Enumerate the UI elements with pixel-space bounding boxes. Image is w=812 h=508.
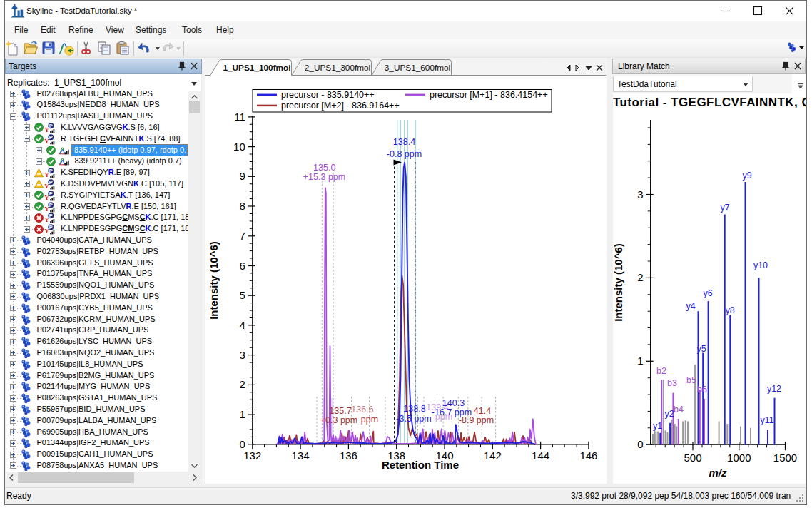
svg-text:Y: Y: [44, 194, 49, 201]
svg-text:-8.9 ppm: -8.9 ppm: [459, 415, 494, 425]
svg-text:146: 146: [579, 449, 597, 462]
svg-text:b3: b3: [667, 378, 677, 388]
svg-text:2: 2: [637, 271, 643, 283]
svg-text:b6: b6: [697, 385, 707, 395]
svg-text:142: 142: [484, 449, 502, 462]
svg-text:0: 0: [637, 438, 643, 450]
svg-text:P: P: [49, 213, 53, 219]
svg-text:136.6: 136.6: [351, 405, 373, 415]
svg-text:b2: b2: [656, 366, 666, 376]
svg-text:140.3: 140.3: [442, 398, 465, 408]
svg-text:500: 500: [684, 452, 701, 464]
svg-text:2: 2: [239, 378, 245, 390]
svg-text:-3.5 ppm: -3.5 ppm: [396, 414, 431, 424]
svg-text:136: 136: [340, 449, 357, 462]
svg-text:1: 1: [239, 408, 245, 420]
svg-text:P: P: [49, 179, 53, 186]
svg-text:9: 9: [239, 170, 245, 182]
svg-text:135.7: 135.7: [329, 406, 351, 416]
svg-text:134: 134: [292, 449, 310, 462]
svg-text:y12: y12: [767, 384, 781, 394]
svg-text:0: 0: [239, 438, 245, 450]
svg-text:precursor - 835.9140++: precursor - 835.9140++: [281, 90, 375, 100]
svg-text:132: 132: [243, 449, 261, 462]
svg-text:1_UPS1_100fmol: 1_UPS1_100fmol: [223, 63, 290, 73]
svg-text:144: 144: [532, 449, 549, 462]
svg-text:P: P: [49, 190, 53, 197]
svg-text:precursor [M+1] - 836.4154++: precursor [M+1] - 836.4154++: [430, 90, 548, 100]
svg-text:Y: Y: [44, 126, 49, 133]
svg-text:5: 5: [239, 289, 245, 301]
svg-text:m/z: m/z: [709, 467, 727, 479]
svg-text:P: P: [49, 134, 53, 141]
svg-text:7: 7: [239, 230, 245, 242]
svg-text:y6: y6: [703, 288, 712, 298]
svg-text:+0.3 ppm: +0.3 ppm: [320, 415, 357, 425]
svg-text:y1: y1: [653, 421, 662, 431]
svg-text:Intensity (10^6): Intensity (10^6): [208, 241, 220, 320]
svg-text:1: 1: [637, 355, 643, 367]
svg-text:11: 11: [234, 111, 245, 123]
svg-text:P: P: [49, 202, 53, 208]
svg-text:Y: Y: [44, 171, 49, 178]
svg-text:1500: 1500: [773, 452, 797, 464]
svg-text:Intensity (10^6): Intensity (10^6): [613, 243, 624, 322]
svg-text:8: 8: [239, 200, 245, 212]
svg-text:y2: y2: [664, 409, 674, 419]
svg-text:ppm: ppm: [361, 415, 378, 425]
svg-text:y10: y10: [753, 260, 768, 270]
svg-text:Y: Y: [44, 183, 49, 190]
svg-text:135.0: 135.0: [313, 163, 335, 173]
svg-text:1000: 1000: [727, 452, 751, 464]
svg-text:y9: y9: [742, 171, 751, 181]
svg-text:6: 6: [239, 260, 245, 272]
svg-text:y4: y4: [686, 301, 695, 311]
svg-text:Y: Y: [44, 216, 49, 223]
svg-text:Y: Y: [44, 138, 49, 145]
svg-text:3: 3: [637, 188, 643, 200]
svg-text:3: 3: [239, 349, 245, 361]
svg-text:y11: y11: [760, 415, 773, 425]
svg-text:4: 4: [239, 319, 245, 331]
svg-text:y8: y8: [725, 305, 734, 315]
svg-text:b4: b4: [674, 405, 684, 415]
svg-text:10: 10: [233, 141, 245, 153]
svg-text:y5: y5: [696, 344, 706, 354]
svg-text:P: P: [49, 123, 53, 129]
svg-text:Y: Y: [44, 205, 49, 213]
svg-text:Retention Time: Retention Time: [382, 459, 459, 471]
svg-text:-0.8 ppm: -0.8 ppm: [387, 149, 422, 159]
svg-text:P: P: [49, 224, 53, 230]
svg-text:138.8: 138.8: [403, 404, 425, 414]
svg-text:2_UPS1_300fmol: 2_UPS1_300fmol: [305, 63, 370, 73]
svg-text:Y: Y: [44, 228, 49, 235]
svg-text:3_UPS1_600fmol: 3_UPS1_600fmol: [385, 63, 450, 73]
svg-text:P: P: [49, 168, 53, 174]
svg-text:+15.3 ppm: +15.3 ppm: [303, 172, 345, 182]
svg-text:138.4: 138.4: [393, 137, 415, 147]
svg-text:precursor [M+2] - 836.9164++: precursor [M+2] - 836.9164++: [281, 101, 400, 111]
svg-text:b5: b5: [686, 375, 696, 385]
svg-text:y7: y7: [720, 203, 729, 213]
